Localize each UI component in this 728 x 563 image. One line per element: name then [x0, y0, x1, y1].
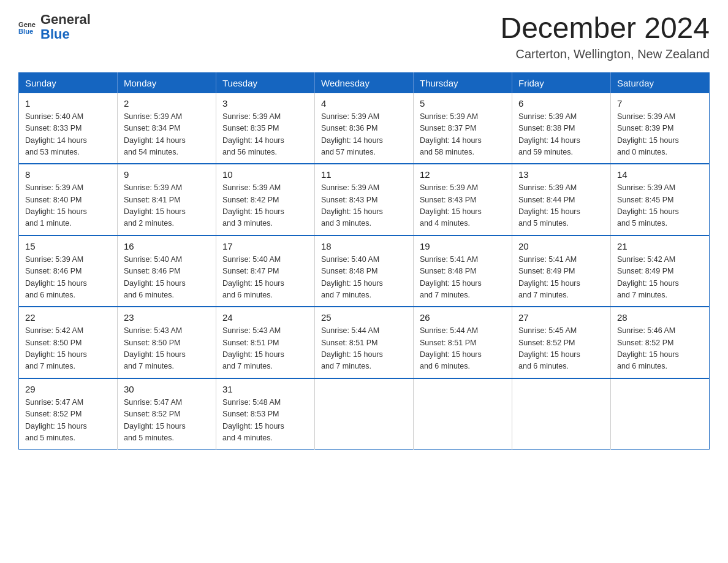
day-info: Sunrise: 5:44 AM Sunset: 8:51 PM Dayligh… [420, 325, 506, 373]
calendar-day-cell: 2 Sunrise: 5:39 AM Sunset: 8:34 PM Dayli… [118, 93, 216, 164]
day-number: 30 [124, 384, 210, 394]
weekday-header-row: SundayMondayTuesdayWednesdayThursdayFrid… [19, 72, 710, 93]
day-number: 8 [25, 169, 111, 180]
day-number: 6 [518, 98, 604, 109]
calendar-day-cell: 28 Sunrise: 5:46 AM Sunset: 8:52 PM Dayl… [611, 307, 710, 378]
day-info: Sunrise: 5:39 AM Sunset: 8:44 PM Dayligh… [518, 182, 604, 230]
calendar-week-row: 29 Sunrise: 5:47 AM Sunset: 8:52 PM Dayl… [19, 378, 710, 450]
day-number: 7 [617, 98, 703, 109]
day-info: Sunrise: 5:43 AM Sunset: 8:51 PM Dayligh… [222, 325, 308, 373]
day-info: Sunrise: 5:39 AM Sunset: 8:36 PM Dayligh… [321, 111, 407, 159]
day-info: Sunrise: 5:39 AM Sunset: 8:46 PM Dayligh… [25, 254, 111, 302]
day-info: Sunrise: 5:39 AM Sunset: 8:40 PM Dayligh… [25, 182, 111, 230]
day-info: Sunrise: 5:48 AM Sunset: 8:53 PM Dayligh… [222, 397, 308, 445]
calendar-table: SundayMondayTuesdayWednesdayThursdayFrid… [18, 72, 710, 450]
day-info: Sunrise: 5:39 AM Sunset: 8:43 PM Dayligh… [420, 182, 506, 230]
day-number: 12 [420, 169, 506, 180]
month-year-title: December 2024 [500, 12, 710, 45]
day-info: Sunrise: 5:40 AM Sunset: 8:33 PM Dayligh… [25, 111, 111, 159]
calendar-day-cell: 16 Sunrise: 5:40 AM Sunset: 8:46 PM Dayl… [118, 236, 216, 307]
calendar-day-cell [315, 378, 414, 450]
day-number: 20 [518, 241, 604, 251]
day-number: 31 [222, 384, 308, 394]
calendar-day-cell: 20 Sunrise: 5:41 AM Sunset: 8:49 PM Dayl… [512, 236, 611, 307]
day-number: 1 [25, 98, 111, 109]
calendar-day-cell [512, 378, 611, 450]
day-number: 27 [518, 312, 604, 323]
calendar-day-cell: 11 Sunrise: 5:39 AM Sunset: 8:43 PM Dayl… [315, 164, 414, 236]
calendar-day-cell: 7 Sunrise: 5:39 AM Sunset: 8:39 PM Dayli… [611, 93, 710, 164]
day-info: Sunrise: 5:47 AM Sunset: 8:52 PM Dayligh… [124, 397, 210, 445]
day-info: Sunrise: 5:39 AM Sunset: 8:41 PM Dayligh… [124, 182, 210, 230]
calendar-day-cell: 31 Sunrise: 5:48 AM Sunset: 8:53 PM Dayl… [216, 378, 315, 450]
calendar-day-cell: 18 Sunrise: 5:40 AM Sunset: 8:48 PM Dayl… [315, 236, 414, 307]
day-number: 5 [420, 98, 506, 109]
calendar-day-cell: 1 Sunrise: 5:40 AM Sunset: 8:33 PM Dayli… [19, 93, 118, 164]
calendar-week-row: 22 Sunrise: 5:42 AM Sunset: 8:50 PM Dayl… [19, 307, 710, 378]
day-info: Sunrise: 5:43 AM Sunset: 8:50 PM Dayligh… [124, 325, 210, 373]
calendar-title-area: December 2024 Carterton, Wellington, New… [500, 12, 710, 61]
day-info: Sunrise: 5:39 AM Sunset: 8:37 PM Dayligh… [420, 111, 506, 159]
weekday-header-wednesday: Wednesday [315, 72, 414, 93]
calendar-day-cell: 9 Sunrise: 5:39 AM Sunset: 8:41 PM Dayli… [118, 164, 216, 236]
calendar-day-cell: 10 Sunrise: 5:39 AM Sunset: 8:42 PM Dayl… [216, 164, 315, 236]
calendar-day-cell: 6 Sunrise: 5:39 AM Sunset: 8:38 PM Dayli… [512, 93, 611, 164]
day-number: 15 [25, 241, 111, 251]
calendar-day-cell [414, 378, 512, 450]
day-info: Sunrise: 5:42 AM Sunset: 8:49 PM Dayligh… [617, 254, 703, 302]
calendar-day-cell: 21 Sunrise: 5:42 AM Sunset: 8:49 PM Dayl… [611, 236, 710, 307]
day-number: 17 [222, 241, 308, 251]
calendar-day-cell: 29 Sunrise: 5:47 AM Sunset: 8:52 PM Dayl… [19, 378, 118, 450]
day-number: 11 [321, 169, 407, 180]
weekday-header-monday: Monday [118, 72, 216, 93]
day-number: 28 [617, 312, 703, 323]
day-number: 3 [222, 98, 308, 109]
day-number: 22 [25, 312, 111, 323]
day-info: Sunrise: 5:39 AM Sunset: 8:45 PM Dayligh… [617, 182, 703, 230]
day-info: Sunrise: 5:41 AM Sunset: 8:48 PM Dayligh… [420, 254, 506, 302]
calendar-day-cell: 8 Sunrise: 5:39 AM Sunset: 8:40 PM Dayli… [19, 164, 118, 236]
day-number: 23 [124, 312, 210, 323]
logo-icon: General Blue [18, 18, 36, 36]
calendar-day-cell: 13 Sunrise: 5:39 AM Sunset: 8:44 PM Dayl… [512, 164, 611, 236]
calendar-day-cell: 15 Sunrise: 5:39 AM Sunset: 8:46 PM Dayl… [19, 236, 118, 307]
calendar-day-cell: 26 Sunrise: 5:44 AM Sunset: 8:51 PM Dayl… [414, 307, 512, 378]
day-info: Sunrise: 5:47 AM Sunset: 8:52 PM Dayligh… [25, 397, 111, 445]
day-info: Sunrise: 5:39 AM Sunset: 8:34 PM Dayligh… [124, 111, 210, 159]
day-number: 21 [617, 241, 703, 251]
day-info: Sunrise: 5:46 AM Sunset: 8:52 PM Dayligh… [617, 325, 703, 373]
day-info: Sunrise: 5:39 AM Sunset: 8:43 PM Dayligh… [321, 182, 407, 230]
day-info: Sunrise: 5:39 AM Sunset: 8:38 PM Dayligh… [518, 111, 604, 159]
day-number: 16 [124, 241, 210, 251]
day-info: Sunrise: 5:40 AM Sunset: 8:48 PM Dayligh… [321, 254, 407, 302]
page-header: General Blue General Blue December 2024 … [18, 12, 710, 61]
calendar-day-cell: 24 Sunrise: 5:43 AM Sunset: 8:51 PM Dayl… [216, 307, 315, 378]
calendar-day-cell: 12 Sunrise: 5:39 AM Sunset: 8:43 PM Dayl… [414, 164, 512, 236]
day-info: Sunrise: 5:39 AM Sunset: 8:35 PM Dayligh… [222, 111, 308, 159]
day-number: 18 [321, 241, 407, 251]
calendar-day-cell [611, 378, 710, 450]
calendar-day-cell: 27 Sunrise: 5:45 AM Sunset: 8:52 PM Dayl… [512, 307, 611, 378]
day-info: Sunrise: 5:39 AM Sunset: 8:39 PM Dayligh… [617, 111, 703, 159]
calendar-day-cell: 4 Sunrise: 5:39 AM Sunset: 8:36 PM Dayli… [315, 93, 414, 164]
calendar-day-cell: 5 Sunrise: 5:39 AM Sunset: 8:37 PM Dayli… [414, 93, 512, 164]
day-number: 24 [222, 312, 308, 323]
day-info: Sunrise: 5:44 AM Sunset: 8:51 PM Dayligh… [321, 325, 407, 373]
svg-text:Blue: Blue [18, 28, 33, 35]
weekday-header-tuesday: Tuesday [216, 72, 315, 93]
logo: General Blue General Blue [18, 12, 91, 42]
calendar-day-cell: 22 Sunrise: 5:42 AM Sunset: 8:50 PM Dayl… [19, 307, 118, 378]
day-number: 10 [222, 169, 308, 180]
calendar-week-row: 15 Sunrise: 5:39 AM Sunset: 8:46 PM Dayl… [19, 236, 710, 307]
weekday-header-saturday: Saturday [611, 72, 710, 93]
day-info: Sunrise: 5:41 AM Sunset: 8:49 PM Dayligh… [518, 254, 604, 302]
day-number: 19 [420, 241, 506, 251]
day-number: 14 [617, 169, 703, 180]
day-info: Sunrise: 5:40 AM Sunset: 8:46 PM Dayligh… [124, 254, 210, 302]
calendar-day-cell: 23 Sunrise: 5:43 AM Sunset: 8:50 PM Dayl… [118, 307, 216, 378]
day-number: 25 [321, 312, 407, 323]
calendar-day-cell: 19 Sunrise: 5:41 AM Sunset: 8:48 PM Dayl… [414, 236, 512, 307]
calendar-day-cell: 30 Sunrise: 5:47 AM Sunset: 8:52 PM Dayl… [118, 378, 216, 450]
weekday-header-thursday: Thursday [414, 72, 512, 93]
day-info: Sunrise: 5:40 AM Sunset: 8:47 PM Dayligh… [222, 254, 308, 302]
